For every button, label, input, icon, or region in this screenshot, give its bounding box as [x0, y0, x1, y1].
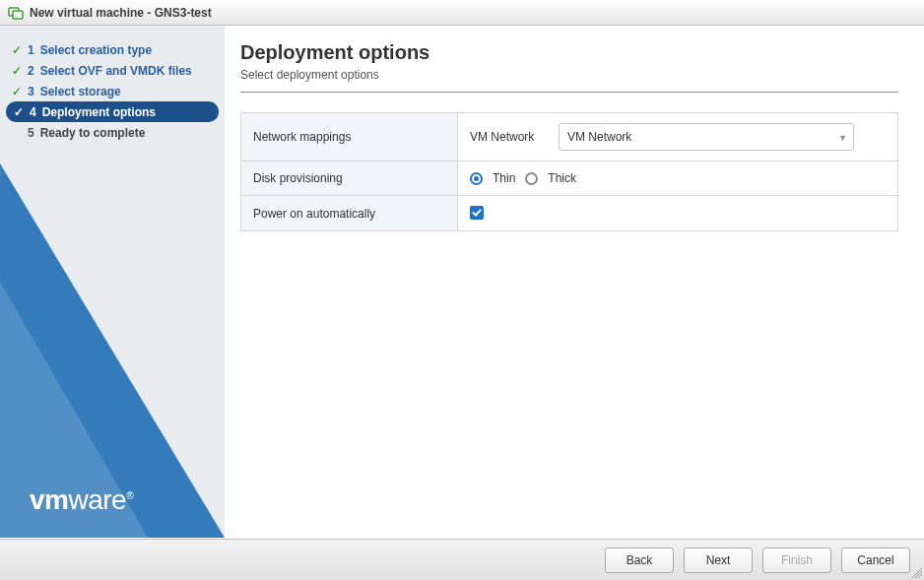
deployment-options-table: Network mappings VM Network VM Network ▾…: [240, 112, 898, 231]
step-select-storage[interactable]: ✓ 3 Select storage: [0, 81, 225, 101]
step-ready-to-complete: 5 Ready to complete: [0, 122, 225, 143]
wizard-sidebar: ✓ 1 Select creation type ✓ 2 Select OVF …: [0, 26, 225, 538]
main-content: Deployment options Select deployment opt…: [225, 26, 924, 538]
wizard-steps: ✓ 1 Select creation type ✓ 2 Select OVF …: [0, 39, 225, 143]
radio-thick-label[interactable]: Thick: [548, 171, 576, 185]
radio-thick[interactable]: [525, 172, 538, 185]
step-select-ovf-vmdk[interactable]: ✓ 2 Select OVF and VMDK files: [0, 60, 225, 81]
network-source-name: VM Network: [470, 130, 549, 144]
next-button[interactable]: Next: [684, 548, 753, 573]
vmware-logo: vmware®: [30, 484, 133, 516]
check-icon: ✓: [10, 64, 24, 78]
wizard-footer: Back Next Finish Cancel: [0, 539, 924, 580]
radio-thin[interactable]: [470, 172, 483, 185]
page-title: Deployment options: [240, 41, 898, 64]
check-icon: ✓: [10, 85, 24, 98]
cancel-button[interactable]: Cancel: [841, 548, 910, 573]
resize-grip-icon[interactable]: [912, 568, 922, 578]
power-on-label: Power on automatically: [241, 196, 458, 231]
svg-rect-1: [13, 11, 23, 19]
page-subtitle: Select deployment options: [240, 68, 898, 93]
step-label: Select creation type: [40, 43, 152, 57]
disk-provisioning-label: Disk provisioning: [241, 161, 458, 196]
step-label: Select OVF and VMDK files: [40, 64, 192, 78]
back-button[interactable]: Back: [605, 548, 674, 573]
vm-icon: [8, 5, 24, 21]
network-target-select[interactable]: VM Network ▾: [559, 123, 854, 151]
network-mappings-label: Network mappings: [241, 113, 458, 161]
power-on-checkbox[interactable]: [470, 206, 484, 220]
step-label: Select storage: [40, 85, 121, 98]
titlebar: New virtual machine - GNS3-test: [0, 0, 924, 26]
disk-provisioning-radio-group: Thin Thick: [470, 171, 886, 185]
radio-thin-label[interactable]: Thin: [493, 171, 515, 185]
check-icon: ✓: [12, 105, 26, 119]
check-icon: ✓: [10, 43, 24, 57]
chevron-down-icon: ▾: [840, 132, 845, 143]
step-label: Ready to complete: [40, 126, 146, 140]
check-icon: [10, 126, 24, 140]
step-select-creation-type[interactable]: ✓ 1 Select creation type: [0, 39, 225, 60]
row-network-mappings: Network mappings VM Network VM Network ▾: [241, 113, 898, 161]
select-value: VM Network: [567, 130, 631, 144]
window-title: New virtual machine - GNS3-test: [30, 6, 212, 20]
row-disk-provisioning: Disk provisioning Thin Thick: [241, 161, 898, 196]
step-deployment-options[interactable]: ✓ 4 Deployment options: [6, 101, 219, 122]
step-label: Deployment options: [42, 105, 156, 119]
row-power-on: Power on automatically: [241, 196, 898, 231]
finish-button: Finish: [762, 548, 831, 573]
